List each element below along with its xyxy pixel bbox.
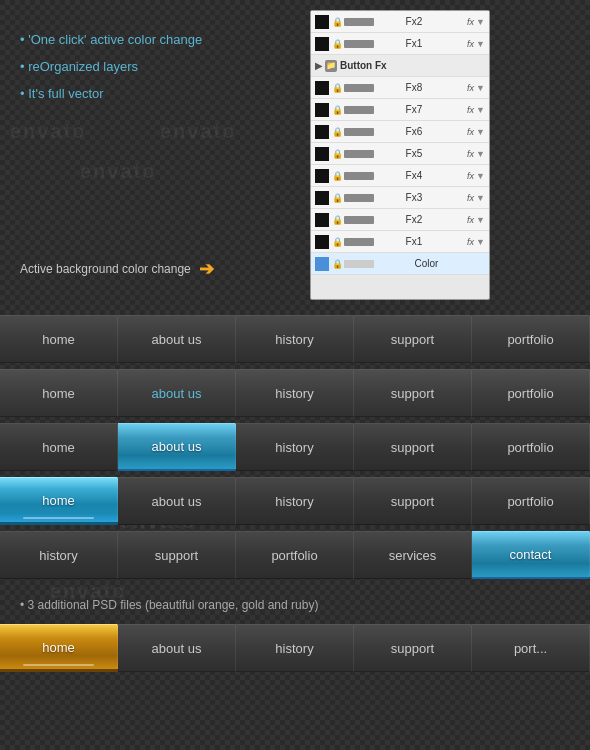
layer-swatch [315,103,329,117]
layer-name: Fx2 [406,16,468,27]
nav-bar-3: home about us history support portfolio [0,423,590,471]
psd-label: 3 additional PSD files (beautiful orange… [0,590,590,620]
layer-swatch [315,37,329,51]
nav-item-history-2[interactable]: history [236,369,354,417]
layer-name: Fx1 [406,38,468,49]
nav-item-history-1[interactable]: history [236,315,354,363]
nav-item-portfolio-4[interactable]: portfolio [472,477,590,525]
nav-item-support-5[interactable]: support [118,531,236,579]
layer-group-name: Button Fx [340,60,485,71]
active-bg-text: Active background color change [20,262,191,276]
top-section: 'One click' active color change reOrgani… [0,0,590,310]
nav-item-support-1[interactable]: support [354,315,472,363]
layer-swatch [315,235,329,249]
nav-item-portfolio-gold[interactable]: port... [472,624,590,672]
layer-row-fx3: 🔒 Fx3 fx ▼ [311,187,489,209]
layer-row-fx7: 🔒 Fx7 fx ▼ [311,99,489,121]
nav-item-aboutus-1[interactable]: about us [118,315,236,363]
layer-lock-icon: 🔒 [332,39,342,49]
layer-row-fx2: 🔒 Fx2 fx ▼ [311,209,489,231]
layer-row-fx4: 🔒 Fx4 fx ▼ [311,165,489,187]
nav-item-support-2[interactable]: support [354,369,472,417]
nav-bar-1: home about us history support portfolio [0,315,590,363]
nav-section: home about us history support portfolio … [0,310,590,590]
nav-bar-4: home about us history support portfolio [0,477,590,525]
layer-swatch [315,81,329,95]
nav-item-portfolio-2[interactable]: portfolio [472,369,590,417]
nav-item-aboutus-4[interactable]: about us [118,477,236,525]
feature-item-3: It's full vector [20,84,290,103]
layer-swatch [315,191,329,205]
layer-row-fx1: 🔒 Fx1 fx ▼ [311,231,489,253]
nav-item-history-5[interactable]: history [0,531,118,579]
layer-lock-icon: 🔒 [332,83,342,93]
feature-item-1: 'One click' active color change [20,30,290,49]
nav-item-history-4[interactable]: history [236,477,354,525]
nav-item-portfolio-3[interactable]: portfolio [472,423,590,471]
nav-item-support-4[interactable]: support [354,477,472,525]
layer-menu-icon: ▼ [476,39,485,49]
layer-menu-icon: ▼ [476,17,485,27]
layer-group-row: ▶ 📁 Button Fx [311,55,489,77]
active-bg-label: Active background color change ➔ [20,258,214,280]
nav-item-home-gold[interactable]: home [0,624,118,672]
nav-item-portfolio-5[interactable]: portfolio [236,531,354,579]
nav-item-home-2[interactable]: home [0,369,118,417]
layer-swatch [315,125,329,139]
nav-item-home-1[interactable]: home [0,315,118,363]
nav-bar-5: history support portfolio services conta… [0,531,590,579]
layer-swatch [315,213,329,227]
layer-fx-label: fx [467,39,474,49]
feature-item-2: reOrganized layers [20,57,290,76]
nav-bar-2: home about us history support portfolio [0,369,590,417]
nav-item-history-3[interactable]: history [236,423,354,471]
layers-panel: 🔒 Fx2 fx ▼ 🔒 Fx1 fx ▼ ▶ 📁 Button Fx [310,10,490,300]
layer-fx-label: fx [467,17,474,27]
layer-swatch-blue [315,257,329,271]
nav-item-home-3[interactable]: home [0,423,118,471]
layer-fx-label: fx [467,83,474,93]
layer-row-fx2-top: 🔒 Fx2 fx ▼ [311,11,489,33]
layer-row-fx5: 🔒 Fx5 fx ▼ [311,143,489,165]
nav-item-support-3[interactable]: support [354,423,472,471]
nav-bar-gold: home about us history support port... [0,624,590,672]
layer-row-fx1-top: 🔒 Fx1 fx ▼ [311,33,489,55]
features-panel: 'One click' active color change reOrgani… [0,0,310,310]
nav-item-home-4[interactable]: home [0,477,118,525]
layer-name: Fx8 [406,82,468,93]
arrow-right-icon: ➔ [199,258,214,280]
nav-item-aboutus-gold[interactable]: about us [118,624,236,672]
layer-lock-icon: 🔒 [332,17,342,27]
nav-item-portfolio-1[interactable]: portfolio [472,315,590,363]
layer-row-fx8: 🔒 Fx8 fx ▼ [311,77,489,99]
layer-row-color: 🔒 Color [311,253,489,275]
nav-item-history-gold[interactable]: history [236,624,354,672]
nav-item-support-gold[interactable]: support [354,624,472,672]
layer-swatch [315,15,329,29]
nav-item-services-5[interactable]: services [354,531,472,579]
layer-swatch [315,147,329,161]
nav-item-aboutus-2[interactable]: about us [118,369,236,417]
nav-item-contact-5[interactable]: contact [472,531,590,579]
layer-row-fx6: 🔒 Fx6 fx ▼ [311,121,489,143]
nav-item-aboutus-3[interactable]: about us [118,423,236,471]
layer-swatch [315,169,329,183]
